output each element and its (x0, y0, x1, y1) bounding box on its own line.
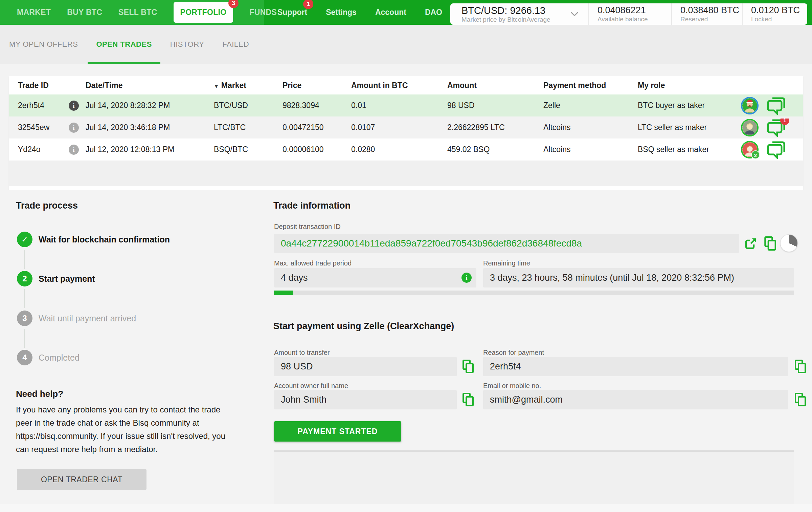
trade-payment-method: Altcoins (543, 145, 638, 154)
trade-amount: 98 USD (447, 101, 543, 110)
remaining-time-field[interactable]: 3 days, 23 hours, 58 minutes (until Jul … (483, 268, 794, 287)
col-market-label: Market (221, 81, 246, 90)
col-amount-btc[interactable]: Amount in BTC (351, 81, 447, 90)
reason-for-payment-label: Reason for payment (483, 349, 544, 357)
chat-icon[interactable]: 1 (766, 119, 786, 137)
step-wait-payment-arrived: 3 Wait until payment arrived (17, 311, 136, 326)
step-start-payment: 2 Start payment (17, 271, 95, 286)
remaining-time-label: Remaining time (483, 259, 530, 267)
copy-icon[interactable] (461, 359, 475, 375)
nav-market[interactable]: MARKET (17, 8, 51, 17)
support-badge: 1 (303, 0, 313, 9)
market-price-balance-card: BTC/USD: 9266.13 Market price by Bitcoin… (450, 3, 807, 25)
trade-amount-btc: 0.0107 (351, 123, 447, 132)
portfolio-tabbar: MY OPEN OFFERS OPEN TRADES HISTORY FAILE… (0, 25, 812, 64)
available-balance-value: 0.04086221 (597, 5, 671, 16)
trade-price: 0.00006100 (283, 145, 351, 154)
page-bottom-strip (0, 504, 812, 512)
trade-id: 32545ew (9, 123, 62, 132)
step-number: 2 (17, 271, 32, 286)
trade-period-value: 4 days (281, 273, 308, 283)
amount-to-transfer-field[interactable]: 98 USD (274, 357, 457, 376)
peer-avatar[interactable] (741, 97, 759, 114)
chat-icon[interactable] (766, 141, 786, 159)
trade-amount-btc: 0.0280 (351, 145, 447, 154)
trade-my-role: BSQ seller as maker (638, 145, 741, 154)
step-connector (24, 329, 25, 348)
nav-settings[interactable]: Settings (326, 8, 357, 17)
step-wait-blockchain: ✓ Wait for blockchain confirmation (17, 232, 170, 247)
table-row[interactable]: Yd24o i Jul 12, 2020 12:08:13 PM BSQ/BTC… (9, 138, 803, 161)
nav-buy-btc[interactable]: BUY BTC (67, 8, 102, 17)
trade-period-progress-fill (274, 291, 293, 295)
step-completed: 4 Completed (17, 350, 80, 365)
tab-failed[interactable]: FAILED (214, 25, 257, 64)
step-label: Start payment (39, 274, 95, 284)
tab-open-trades[interactable]: OPEN TRADES (88, 25, 160, 64)
col-amount[interactable]: Amount (447, 81, 543, 90)
copy-icon[interactable] (461, 392, 475, 408)
col-market[interactable]: ▼Market (214, 81, 283, 90)
need-help-title: Need help? (16, 389, 63, 399)
table-header-row: Trade ID Date/Time ▼Market Price Amount … (9, 76, 803, 94)
copy-icon[interactable] (793, 392, 807, 408)
table-row[interactable]: 2erh5t4 i Jul 14, 2020 8:28:32 PM BTC/US… (9, 94, 803, 116)
step-label: Wait until payment arrived (39, 314, 136, 323)
reason-for-payment-field[interactable]: 2erh5t4 (483, 357, 788, 376)
info-icon[interactable]: i (69, 145, 79, 155)
trade-detail-section: Trade process ✓ Wait for blockchain conf… (0, 190, 812, 512)
peer-avatar[interactable]: 2 (741, 141, 759, 158)
market-price-selector[interactable]: BTC/USD: 9266.13 Market price by Bitcoin… (450, 3, 588, 25)
portfolio-badge: 3 (228, 0, 239, 8)
top-nav: MARKET BUY BTC SELL BTC PORTFOLIO 3 FUND… (0, 0, 812, 25)
copy-icon[interactable] (793, 359, 807, 375)
nav-support[interactable]: Support 1 (277, 8, 307, 17)
trade-id: Yd24o (9, 145, 62, 154)
trade-payment-method: Zelle (543, 101, 638, 110)
nav-dao[interactable]: DAO (425, 8, 442, 17)
open-trader-chat-button[interactable]: OPEN TRADER CHAT (17, 469, 146, 490)
info-icon[interactable]: i (69, 123, 79, 133)
col-my-role[interactable]: My role (638, 81, 741, 90)
col-datetime[interactable]: Date/Time (86, 81, 214, 90)
table-row[interactable]: 32545ew i Jul 14, 2020 3:46:18 PM LTC/BT… (9, 116, 803, 138)
payment-started-button[interactable]: PAYMENT STARTED (274, 421, 401, 442)
start-payment-title: Start payment using Zelle (ClearXchange) (273, 321, 454, 332)
col-payment-method[interactable]: Payment method (543, 81, 638, 90)
copy-icon[interactable] (763, 236, 777, 253)
need-help-text: If you have any problems you can try to … (16, 403, 236, 456)
available-balance: 0.04086221 Available balance (588, 3, 671, 25)
nav-account[interactable]: Account (375, 8, 406, 17)
trade-payment-method: Altcoins (543, 123, 638, 132)
info-icon[interactable]: i (69, 101, 79, 111)
nav-sell-btc[interactable]: SELL BTC (118, 8, 157, 17)
account-owner-field[interactable]: John Smith (274, 390, 457, 409)
chat-icon[interactable] (766, 97, 786, 115)
bottom-panel (274, 452, 794, 504)
trade-market: LTC/BTC (214, 123, 283, 132)
market-price-value: BTC/USD: 9266.13 (461, 5, 588, 16)
trade-price: 9828.3094 (283, 101, 351, 110)
col-price[interactable]: Price (283, 81, 351, 90)
trade-period-field[interactable]: 4 days i (274, 268, 476, 287)
trade-my-role: BTC buyer as taker (638, 101, 741, 110)
open-external-icon[interactable] (744, 236, 758, 252)
tab-history[interactable]: HISTORY (162, 25, 213, 64)
nav-support-label: Support (277, 8, 307, 17)
peer-avatar[interactable] (741, 119, 759, 136)
info-icon[interactable]: i (461, 273, 472, 283)
tab-my-open-offers[interactable]: MY OPEN OFFERS (1, 25, 86, 64)
trade-market: BSQ/BTC (214, 145, 283, 154)
tx-confidence-icon[interactable] (780, 234, 798, 252)
open-trades-table: Trade ID Date/Time ▼Market Price Amount … (9, 76, 803, 190)
locked-balance: 0.0120 BTC Locked (742, 3, 807, 25)
col-trade-id[interactable]: Trade ID (9, 81, 62, 90)
deposit-tx-field[interactable]: 0a44c27722900014b11eda859a722f0ed70543b9… (274, 234, 739, 253)
reserved-balance-label: Reserved (680, 16, 742, 23)
reserved-balance-value: 0.038480 BTC (680, 5, 742, 16)
trade-my-role: LTC seller as maker (638, 123, 741, 132)
nav-portfolio-active[interactable]: PORTFOLIO 3 (174, 2, 233, 23)
email-or-mobile-field[interactable]: smith@gmail.com (483, 390, 788, 409)
chevron-down-icon[interactable] (570, 11, 579, 18)
step-number: 3 (17, 311, 32, 326)
